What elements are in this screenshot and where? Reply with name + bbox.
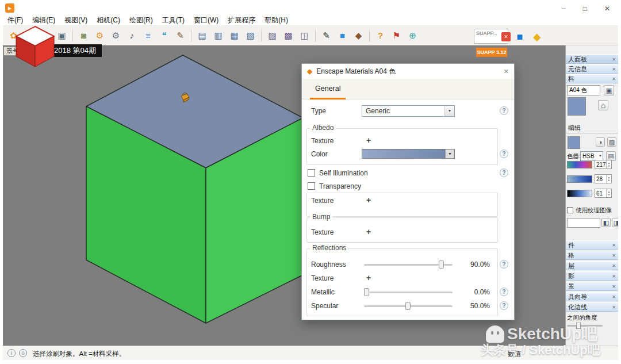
brightness-slider[interactable] bbox=[567, 190, 592, 197]
screen-view-icon[interactable]: ▣ bbox=[55, 28, 69, 43]
panel-components[interactable]: 件 ✕ bbox=[566, 240, 618, 250]
walkthrough-icon[interactable]: ⚑ bbox=[389, 28, 404, 43]
menu-extensions[interactable]: 扩展程序 bbox=[228, 16, 255, 25]
saturation-slider[interactable] bbox=[567, 175, 592, 183]
panel-shadows[interactable]: 影 ✕ bbox=[566, 271, 618, 281]
minimize-button[interactable]: – bbox=[562, 5, 566, 13]
pencil-icon[interactable]: ✎ bbox=[319, 28, 334, 43]
styles-close-icon[interactable]: ✕ bbox=[612, 253, 616, 258]
panel-materials[interactable]: 料 ✕ bbox=[566, 74, 618, 83]
menu-tools[interactable]: 工具(T) bbox=[162, 16, 185, 25]
panel-scenes[interactable]: 景 ✕ bbox=[566, 282, 618, 291]
texture-file-input[interactable] bbox=[567, 218, 600, 228]
panel-view-2-icon[interactable]: ▥ bbox=[211, 28, 225, 43]
tray-close-icon[interactable]: ✕ bbox=[612, 57, 616, 62]
image-export-1-icon[interactable]: ▨ bbox=[265, 28, 279, 43]
materials-close-icon[interactable]: ✕ bbox=[612, 76, 616, 82]
credits-icon[interactable]: ☺ bbox=[19, 349, 27, 357]
color-wheel-button[interactable]: ◑ bbox=[596, 137, 605, 147]
metallic-help-icon[interactable]: ? bbox=[500, 288, 508, 296]
brightness-spinner[interactable]: 61 ▲▼ bbox=[595, 189, 612, 198]
menu-file[interactable]: 件(F) bbox=[7, 16, 23, 25]
scenes-close-icon[interactable]: ✕ bbox=[612, 284, 616, 289]
specular-help-icon[interactable]: ? bbox=[500, 301, 508, 310]
panel-view-1-icon[interactable]: ▤ bbox=[195, 28, 209, 43]
close-button[interactable]: ✕ bbox=[604, 5, 610, 13]
roughness-thumb[interactable] bbox=[439, 260, 444, 269]
orange-gear-icon[interactable]: ⚙ bbox=[93, 28, 107, 43]
menu-help[interactable]: 帮助(H) bbox=[264, 16, 288, 25]
list-icon[interactable]: ≡ bbox=[141, 28, 155, 43]
info-icon[interactable]: i bbox=[7, 349, 16, 357]
albedo-color-swatch[interactable]: ▼ bbox=[362, 149, 455, 159]
self-illumination-checkbox[interactable] bbox=[308, 169, 315, 177]
suapp-version-badge[interactable]: SUAPP 3.12 bbox=[476, 48, 507, 57]
soften-slider-track[interactable] bbox=[567, 325, 603, 327]
panel-view-3-icon[interactable]: ▦ bbox=[227, 28, 241, 43]
image-export-2-icon[interactable]: ▩ bbox=[281, 28, 296, 43]
instructor-close-icon[interactable]: ✕ bbox=[612, 294, 616, 300]
browse-texture-button[interactable]: ◧ bbox=[601, 218, 611, 227]
menu-window[interactable]: 窗口(W) bbox=[194, 16, 218, 25]
enscape-start-icon[interactable]: ■ bbox=[512, 29, 527, 44]
panel-soften-edges[interactable]: 化边线 ✕ bbox=[566, 302, 618, 312]
screen-pick-button[interactable]: ▨ bbox=[607, 137, 616, 147]
menu-camera[interactable]: 相机(C) bbox=[97, 16, 120, 25]
components-close-icon[interactable]: ✕ bbox=[612, 243, 616, 248]
sample-in-model-button[interactable]: ⌂ bbox=[598, 100, 608, 110]
hue-spin-arrows[interactable]: ▲▼ bbox=[606, 160, 611, 168]
bump-add-texture-button[interactable]: + bbox=[364, 227, 373, 236]
hue-slider[interactable] bbox=[567, 161, 592, 168]
dialog-close-icon[interactable]: ✕ bbox=[504, 68, 509, 75]
material-name-input[interactable] bbox=[567, 85, 600, 95]
suapp-close-button[interactable]: ✕ bbox=[501, 32, 511, 41]
entity-info-close-icon[interactable]: ✕ bbox=[612, 67, 616, 72]
panel-styles[interactable]: 格 ✕ bbox=[566, 251, 618, 260]
menu-view[interactable]: 视图(V) bbox=[64, 16, 87, 25]
soften-edges-close-icon[interactable]: ✕ bbox=[612, 305, 616, 310]
saturation-spinner[interactable]: 28 ▲▼ bbox=[595, 174, 612, 183]
stamp-icon[interactable]: ◙ bbox=[76, 28, 91, 43]
metallic-slider[interactable] bbox=[364, 288, 453, 297]
soften-slider-thumb[interactable] bbox=[576, 323, 581, 329]
speaker-icon[interactable]: ♪ bbox=[125, 28, 139, 43]
material-preview-swatch[interactable] bbox=[568, 97, 586, 116]
tray-header[interactable]: 人面板 ✕ bbox=[566, 55, 618, 64]
enscape-hexagon-icon[interactable]: ◆ bbox=[530, 29, 545, 44]
albedo-color-help-icon[interactable]: ? bbox=[500, 150, 508, 158]
menu-edit[interactable]: 编辑(E) bbox=[32, 16, 55, 25]
roughness-slider[interactable] bbox=[364, 260, 453, 269]
reflections-add-texture-button[interactable]: + bbox=[364, 273, 373, 282]
specular-slider[interactable] bbox=[364, 301, 453, 311]
panel-view-4-icon[interactable]: ▧ bbox=[243, 28, 258, 43]
maximize-button[interactable]: □ bbox=[583, 5, 587, 13]
use-texture-checkbox[interactable] bbox=[567, 207, 573, 213]
tab-edit[interactable]: 编辑 bbox=[568, 124, 581, 132]
brightness-spin-arrows[interactable]: ▲▼ bbox=[606, 189, 611, 197]
self-illumination-help-icon[interactable]: ? bbox=[500, 168, 508, 177]
type-dropdown[interactable]: Generic ▾ bbox=[362, 105, 455, 117]
edit-color-thumb[interactable] bbox=[568, 136, 580, 149]
transparency-add-texture-button[interactable]: + bbox=[364, 196, 373, 205]
specular-thumb[interactable] bbox=[405, 302, 411, 310]
roughness-help-icon[interactable]: ? bbox=[500, 260, 508, 269]
chat-bubble-icon[interactable]: ❝ bbox=[157, 28, 171, 43]
tab-general[interactable]: General bbox=[310, 79, 346, 99]
gray-gear-icon[interactable]: ⚙ bbox=[109, 28, 123, 43]
hue-spinner[interactable]: 217 ▲▼ bbox=[595, 160, 612, 169]
panel-layers[interactable]: 层 ✕ bbox=[566, 261, 618, 270]
shadows-close-icon[interactable]: ✕ bbox=[612, 274, 616, 279]
help-icon[interactable]: ? bbox=[373, 28, 388, 43]
panel-entity-info[interactable]: 元信息 ✕ bbox=[566, 64, 618, 74]
saturation-spin-arrows[interactable]: ▲▼ bbox=[606, 175, 611, 183]
metallic-thumb[interactable] bbox=[364, 288, 369, 296]
brush-box-icon[interactable]: ✎ bbox=[173, 28, 187, 43]
menu-draw[interactable]: 绘图(R) bbox=[129, 16, 153, 25]
display-pane-button[interactable]: ▣ bbox=[604, 85, 614, 95]
image-export-3-icon[interactable]: ◫ bbox=[297, 28, 312, 43]
fill-blue-icon[interactable]: ■ bbox=[335, 28, 350, 43]
panel-instructor[interactable]: 具向导 ✕ bbox=[566, 292, 618, 301]
layers-close-icon[interactable]: ✕ bbox=[612, 263, 616, 269]
transparency-checkbox[interactable] bbox=[308, 182, 315, 190]
material-cube-icon[interactable]: ◆ bbox=[351, 28, 366, 43]
